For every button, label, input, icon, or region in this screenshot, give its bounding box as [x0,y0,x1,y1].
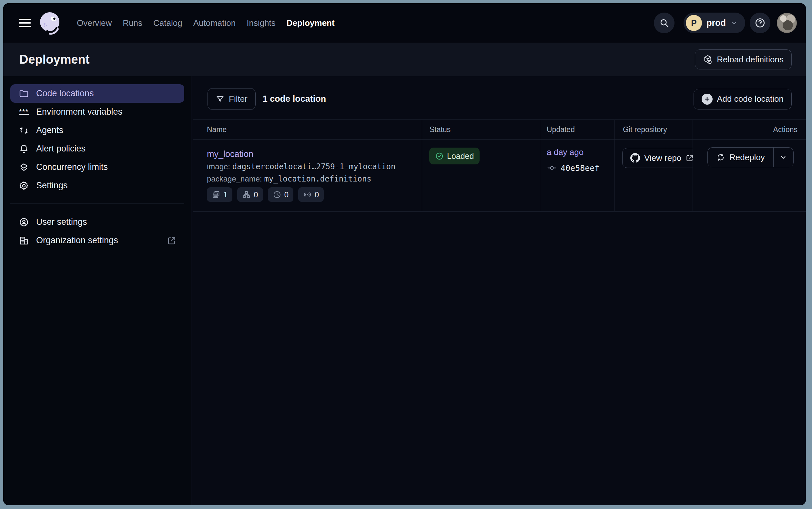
user-avatar[interactable] [777,13,797,33]
organization-icon [19,235,29,246]
code-locations-toolbar: Filter 1 code location Add code location [208,88,792,110]
image-meta: image: dagstercodelocati…2759-1-mylocati… [207,161,415,173]
help-button[interactable] [750,12,770,33]
code-locations-main: Filter 1 code location Add code location… [191,76,806,505]
cell-status: Loaded [422,139,540,211]
add-code-location-label: Add code location [717,94,784,104]
page-title: Deployment [20,53,89,67]
redeploy-label: Redeploy [729,152,765,163]
nav-item-overview[interactable]: Overview [77,18,112,28]
column-header-git-repository: Git repository [615,120,693,139]
nav-right-cluster: P prod [654,3,797,43]
nav-item-deployment[interactable]: Deployment [287,18,335,28]
package-label: package_name: [207,174,262,183]
column-header-actions: Actions [693,120,806,139]
deployment-switcher[interactable]: P prod [684,12,745,33]
cell-updated: a day ago 40e58eef [540,139,615,211]
primary-nav: Overview Runs Catalog Automation Insight… [77,18,335,28]
schedule-clock-icon [273,190,282,199]
sidebar-item-organization-settings[interactable]: Organization settings [10,231,184,250]
sidebar-item-label: Alert policies [36,144,85,154]
view-repo-label: View repo [644,153,681,163]
updated-time-link[interactable]: a day ago [547,147,584,157]
package-meta: package_name: my_location.definitions [207,173,415,185]
sensors-count: 0 [315,190,319,199]
chevron-down-icon [779,153,787,162]
dagster-octopus-logo[interactable] [38,11,62,35]
image-label: image: [207,162,230,171]
filter-label: Filter [229,94,248,104]
cell-git-repository: View repo [615,139,693,211]
sensors-count-badge[interactable]: 0 [298,187,324,202]
github-icon [630,153,640,163]
deployment-switcher-label: prod [706,18,726,28]
redeploy-caret-button[interactable] [773,147,793,167]
redeploy-refresh-icon [716,153,725,162]
sidebar-item-code-locations[interactable]: Code locations [10,84,184,103]
sidebar-item-label: Environment variables [36,107,122,117]
column-header-name: Name [193,120,422,139]
sidebar-item-concurrency-limits[interactable]: Concurrency limits [10,158,184,176]
cell-name: my_location image: dagstercodelocati…275… [193,139,422,211]
nav-item-runs[interactable]: Runs [123,18,142,28]
sidebar-item-label: Organization settings [36,235,118,245]
sidebar-item-alert-policies[interactable]: Alert policies [10,139,184,158]
image-value: dagstercodelocati…2759-1-mylocation [232,162,396,171]
search-icon [659,18,669,28]
nav-item-insights[interactable]: Insights [247,18,275,28]
sidebar-divider [10,203,184,204]
code-location-count: 1 code location [263,94,326,104]
sidebar-item-label: Code locations [36,89,94,99]
reload-definitions-button[interactable]: Reload definitions [695,49,792,69]
bell-icon [19,143,29,155]
env-vars-icon: *** [19,107,29,117]
schedules-count-badge[interactable]: 0 [268,187,293,202]
redeploy-button[interactable]: Redeploy [708,147,773,167]
layers-icon [19,162,29,173]
commit-icon [547,163,557,173]
nav-item-catalog[interactable]: Catalog [153,18,182,28]
check-circle-icon [435,152,444,161]
jobs-count-badge[interactable]: 0 [237,187,263,202]
status-label: Loaded [447,151,474,161]
search-button[interactable] [654,12,674,33]
chevron-down-icon [730,19,738,27]
jobs-graph-icon [242,190,251,199]
sidebar-item-user-settings[interactable]: User settings [10,213,184,231]
sidebar-item-label: Concurrency limits [36,162,108,172]
external-link-icon [167,236,177,245]
package-value: my_location.definitions [264,174,371,183]
definition-count-badges: 1 0 [207,187,415,202]
app-window: Overview Runs Catalog Automation Insight… [3,3,806,505]
cell-actions: Redeploy [693,139,806,211]
code-location-link[interactable]: my_location [207,147,253,161]
column-header-updated: Updated [540,120,615,139]
gear-icon [19,180,29,191]
help-icon [754,18,766,28]
commit-hash: 40e58eef [561,163,599,173]
external-link-icon [686,154,693,162]
assets-count: 1 [223,190,227,199]
sidebar-item-agents[interactable]: Agents [10,121,184,139]
sidebar-item-label: User settings [36,217,87,227]
user-circle-icon [19,217,29,228]
assets-count-badge[interactable]: 1 [207,187,232,202]
agents-cycle-icon [19,125,29,136]
hamburger-menu-icon[interactable] [19,19,31,27]
jobs-count: 0 [254,190,258,199]
folder-icon [19,88,29,99]
sidebar-item-environment-variables[interactable]: *** Environment variables [10,103,184,121]
funnel-icon [216,95,225,104]
view-repo-button[interactable]: View repo [622,148,693,168]
redeploy-split-button: Redeploy [707,147,793,167]
column-header-status: Status [422,120,540,139]
nav-item-automation[interactable]: Automation [193,18,236,28]
add-code-location-button[interactable]: Add code location [694,89,792,109]
deployment-sidebar: Code locations *** Environment variables… [3,76,191,505]
filter-button[interactable]: Filter [208,88,256,110]
sidebar-item-label: Settings [36,180,68,191]
plus-circle-icon [702,94,712,105]
sidebar-item-settings[interactable]: Settings [10,176,184,195]
cube-reload-icon [703,55,712,64]
top-navigation: Overview Runs Catalog Automation Insight… [3,3,806,43]
